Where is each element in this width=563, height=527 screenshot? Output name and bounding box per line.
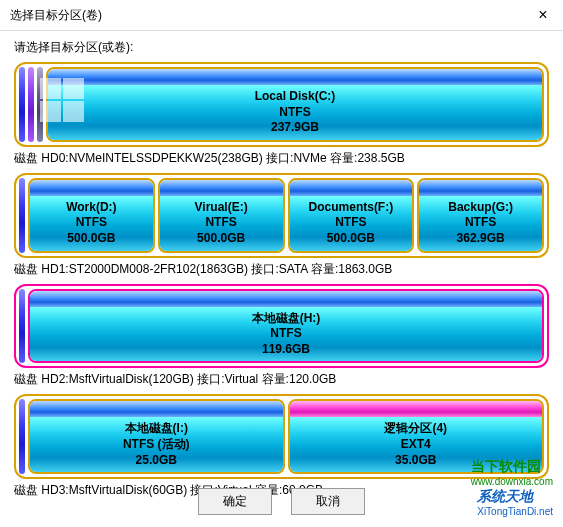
disk-group: 本地磁盘(H:)NTFS119.6GB [14, 284, 549, 369]
cancel-button[interactable]: 取消 [291, 488, 365, 515]
partition-name: Backup(G:) [419, 200, 542, 216]
partition-body: 本地磁盘(H:)NTFS119.6GB [30, 307, 542, 362]
partition-fs: NTFS [30, 326, 542, 342]
partition-header [30, 180, 153, 196]
partition[interactable]: Virual(E:)NTFS500.0GB [158, 178, 285, 253]
partition[interactable]: 本地磁盘(H:)NTFS119.6GB [28, 289, 544, 364]
partition[interactable]: Local Disk(C:)NTFS237.9GB [46, 67, 544, 142]
partition-fs: NTFS [48, 105, 542, 121]
partition-header [290, 401, 543, 417]
watermark-downxia: 当下软件园 www.downxia.com [471, 458, 553, 487]
partition[interactable]: Documents(F:)NTFS500.0GB [288, 178, 415, 253]
partition-size: 362.9GB [419, 231, 542, 247]
partition-size: 25.0GB [30, 453, 283, 469]
partition-header [290, 180, 413, 196]
ok-button[interactable]: 确定 [198, 488, 272, 515]
partition-header [30, 401, 283, 417]
partition-size: 237.9GB [48, 120, 542, 136]
close-icon[interactable]: × [533, 6, 553, 24]
reserved-bar[interactable] [19, 178, 25, 253]
partition-header [160, 180, 283, 196]
partition-body: Documents(F:)NTFS500.0GB [290, 196, 413, 251]
partition[interactable]: Backup(G:)NTFS362.9GB [417, 178, 544, 253]
partition-size: 500.0GB [30, 231, 153, 247]
content-area: 请选择目标分区(或卷): Local Disk(C:)NTFS237.9GB磁盘… [0, 31, 563, 513]
partition-fs: NTFS [160, 215, 283, 231]
partition-header [419, 180, 542, 196]
title-bar: 选择目标分区(卷) × [0, 0, 563, 31]
reserved-bar[interactable] [19, 67, 25, 142]
windows-logo-icon [40, 78, 84, 122]
partition-name: Local Disk(C:) [48, 89, 542, 105]
partition-name: Work(D:) [30, 200, 153, 216]
partition-body: 本地磁盘(I:)NTFS (活动)25.0GB [30, 417, 283, 472]
disk-info: 磁盘 HD1:ST2000DM008-2FR102(1863GB) 接口:SAT… [14, 261, 549, 278]
disk-info: 磁盘 HD2:MsftVirtualDisk(120GB) 接口:Virtual… [14, 371, 549, 388]
reserved-bar[interactable] [19, 289, 25, 364]
partition-body: Virual(E:)NTFS500.0GB [160, 196, 283, 251]
prompt-label: 请选择目标分区(或卷): [14, 39, 549, 56]
partition-size: 500.0GB [290, 231, 413, 247]
partition[interactable]: Work(D:)NTFS500.0GB [28, 178, 155, 253]
partition-header [48, 69, 542, 85]
window-title: 选择目标分区(卷) [10, 7, 102, 24]
partition-size: 119.6GB [30, 342, 542, 358]
partition-name: 本地磁盘(I:) [30, 421, 283, 437]
disk-group: Work(D:)NTFS500.0GBVirual(E:)NTFS500.0GB… [14, 173, 549, 258]
partition-size: 500.0GB [160, 231, 283, 247]
partition-name: 逻辑分区(4) [290, 421, 543, 437]
watermark-xitongtiandi: 系统天地 XiTongTianDi.net [477, 488, 553, 517]
partition-fs: NTFS [30, 215, 153, 231]
reserved-bar[interactable] [28, 67, 34, 142]
disk-info: 磁盘 HD0:NVMeINTELSSDPEKKW25(238GB) 接口:NVM… [14, 150, 549, 167]
partition-body: Backup(G:)NTFS362.9GB [419, 196, 542, 251]
partition-name: 本地磁盘(H:) [30, 311, 542, 327]
partition-body: Work(D:)NTFS500.0GB [30, 196, 153, 251]
disk-group: Local Disk(C:)NTFS237.9GB [14, 62, 549, 147]
partition[interactable]: 本地磁盘(I:)NTFS (活动)25.0GB [28, 399, 285, 474]
partition-fs: NTFS [290, 215, 413, 231]
reserved-bar[interactable] [19, 399, 25, 474]
partition-header [30, 291, 542, 307]
partition-name: Documents(F:) [290, 200, 413, 216]
partition-fs: NTFS (活动) [30, 437, 283, 453]
partition-body: Local Disk(C:)NTFS237.9GB [48, 85, 542, 140]
partition-name: Virual(E:) [160, 200, 283, 216]
partition-fs: EXT4 [290, 437, 543, 453]
disk-group: 本地磁盘(I:)NTFS (活动)25.0GB逻辑分区(4)EXT435.0GB [14, 394, 549, 479]
partition-fs: NTFS [419, 215, 542, 231]
